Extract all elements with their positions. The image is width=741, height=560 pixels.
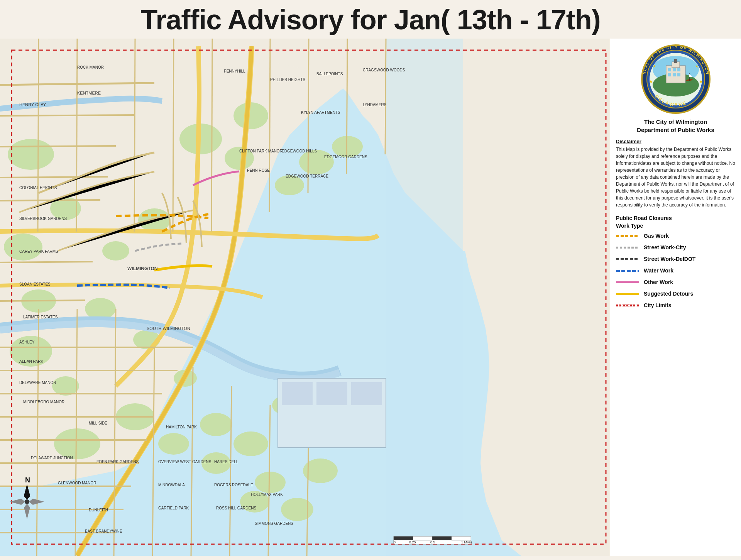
svg-text:EDEN PARK GARDENS: EDEN PARK GARDENS: [96, 460, 139, 464]
svg-text:EDGEWOOD TERRACE: EDGEWOOD TERRACE: [286, 174, 328, 178]
svg-rect-144: [668, 73, 671, 76]
svg-point-4: [8, 139, 54, 170]
svg-text:ROGERS ROSEDALE: ROGERS ROSEDALE: [214, 483, 253, 487]
city-limits-icon: [616, 305, 639, 306]
content-area: HENRY CLAY KENTMERE ROCK MANOR PENNYHILL…: [0, 39, 741, 556]
svg-text:0.25: 0.25: [409, 540, 416, 544]
svg-line-45: [173, 39, 174, 232]
disclaimer-title: Disclaimer: [616, 139, 735, 144]
svg-text:0: 0: [394, 540, 396, 544]
disclaimer-section: Disclaimer This Map is provided by the D…: [616, 139, 735, 208]
gas-work-label: Gas Work: [644, 233, 669, 239]
svg-text:★: ★: [649, 79, 653, 84]
other-work-icon: [616, 281, 639, 283]
svg-point-14: [233, 102, 268, 129]
city-seal: ★ ★ ★ ★ SEAL OF THE CITY OF WILMINGTON D…: [641, 44, 711, 114]
svg-text:SIMMONS GARDENS: SIMMONS GARDENS: [255, 521, 293, 526]
detour-icon: [616, 293, 639, 295]
svg-text:DUNLEITH: DUNLEITH: [89, 508, 108, 512]
svg-text:HARES DELL: HARES DELL: [214, 460, 239, 464]
water-work-label: Water Work: [644, 267, 673, 274]
svg-rect-72: [351, 382, 382, 405]
svg-text:★: ★: [653, 64, 656, 68]
svg-point-24: [255, 472, 286, 493]
detour-label: Suggested Detours: [644, 291, 693, 297]
street-deldot-label: Street Work-DelDOT: [644, 256, 695, 262]
svg-rect-145: [673, 73, 676, 76]
street-deldot-icon: [616, 258, 639, 260]
svg-text:HENRY CLAY: HENRY CLAY: [19, 102, 46, 107]
svg-point-17: [102, 241, 129, 261]
svg-text:DELAWARE MANOR: DELAWARE MANOR: [19, 381, 56, 385]
svg-text:MILL SIDE: MILL SIDE: [89, 421, 107, 425]
svg-text:EDGEWOOD HILLS: EDGEWOOD HILLS: [282, 149, 317, 153]
svg-point-21: [200, 413, 232, 436]
legend-title: Public Road ClosuresWork Type: [616, 215, 735, 230]
svg-line-49: [347, 39, 347, 174]
svg-point-20: [158, 433, 189, 455]
svg-text:HAMILTON PARK: HAMILTON PARK: [166, 425, 197, 429]
svg-line-48: [308, 39, 309, 193]
disclaimer-text: This Map is provided by the Department o…: [616, 146, 735, 208]
svg-point-23: [233, 431, 268, 456]
svg-line-37: [0, 146, 116, 147]
svg-point-28: [281, 498, 313, 521]
svg-line-41: [0, 300, 85, 301]
svg-rect-128: [452, 536, 471, 540]
gas-work-icon: [616, 235, 639, 237]
svg-text:EAST BRANDYWINE: EAST BRANDYWINE: [85, 529, 122, 533]
svg-point-10: [85, 298, 116, 320]
svg-text:KYLYN APARTMENTS: KYLYN APARTMENTS: [301, 110, 340, 115]
svg-rect-142: [673, 68, 676, 71]
svg-text:EDGEMOOR GARDENS: EDGEMOOR GARDENS: [324, 155, 367, 159]
street-city-icon: [616, 247, 639, 249]
legend-section: Public Road ClosuresWork Type Gas Work S…: [616, 215, 735, 314]
svg-rect-140: [674, 59, 677, 63]
svg-text:OVERVIEW WEST GARDENS: OVERVIEW WEST GARDENS: [158, 460, 211, 464]
legend-item-street-city: Street Work-City: [616, 244, 735, 250]
svg-point-30: [299, 150, 334, 174]
svg-text:ROCK MANOR: ROCK MANOR: [77, 65, 104, 69]
street-city-label: Street Work-City: [644, 244, 686, 250]
svg-text:SILVERBROOK GARDENS: SILVERBROOK GARDENS: [19, 217, 67, 221]
svg-point-9: [52, 376, 79, 396]
svg-text:ALBAN PARK: ALBAN PARK: [19, 359, 43, 364]
svg-rect-126: [432, 536, 452, 540]
svg-text:DELAWARE JUNCTION: DELAWARE JUNCTION: [31, 456, 73, 460]
svg-text:LYNDAMERS: LYNDAMERS: [363, 103, 387, 107]
svg-text:CAREY PARK FARMS: CAREY PARK FARMS: [19, 249, 58, 254]
svg-rect-143: [677, 68, 680, 71]
legend-item-street-deldot: Street Work-DelDOT: [616, 256, 735, 262]
legend-item-detours: Suggested Detours: [616, 291, 735, 297]
city-limits-label: City Limits: [644, 302, 672, 308]
org-name: The City of Wilmington Department of Pub…: [637, 118, 714, 134]
svg-text:BALLEPOINTS: BALLEPOINTS: [316, 72, 343, 76]
legend-item-water-work: Water Work: [616, 267, 735, 274]
svg-line-50: [385, 39, 386, 154]
svg-text:ASHLEY: ASHLEY: [19, 340, 35, 344]
svg-line-36: [0, 115, 135, 116]
svg-rect-146: [677, 73, 680, 76]
svg-rect-70: [282, 382, 313, 405]
svg-text:N: N: [25, 476, 30, 484]
svg-line-40: [0, 262, 93, 262]
svg-rect-127: [413, 536, 432, 540]
svg-text:★: ★: [695, 64, 699, 68]
svg-text:MINDOWDALA: MINDOWDALA: [158, 483, 185, 487]
svg-line-42: [38, 39, 39, 232]
svg-text:0.5: 0.5: [430, 540, 435, 544]
svg-line-38: [0, 177, 108, 178]
sidebar: ★ ★ ★ ★ SEAL OF THE CITY OF WILMINGTON D…: [610, 39, 741, 556]
legend-item-city-limits: City Limits: [616, 302, 735, 308]
svg-text:GARFIELD PARK: GARFIELD PARK: [158, 506, 189, 510]
svg-line-46: [211, 39, 212, 232]
svg-line-44: [134, 39, 135, 232]
svg-rect-34: [386, 39, 463, 556]
svg-line-47: [269, 39, 270, 212]
svg-text:GLENWOOD MANOR: GLENWOOD MANOR: [58, 481, 96, 485]
svg-text:PENN ROSE: PENN ROSE: [247, 168, 270, 173]
svg-text:1 Miles: 1 Miles: [461, 540, 472, 544]
svg-marker-33: [462, 39, 610, 556]
map-container: HENRY CLAY KENTMERE ROCK MANOR PENNYHILL…: [0, 39, 610, 556]
svg-text:CRAGSWOOD WOODS: CRAGSWOOD WOODS: [363, 68, 405, 72]
